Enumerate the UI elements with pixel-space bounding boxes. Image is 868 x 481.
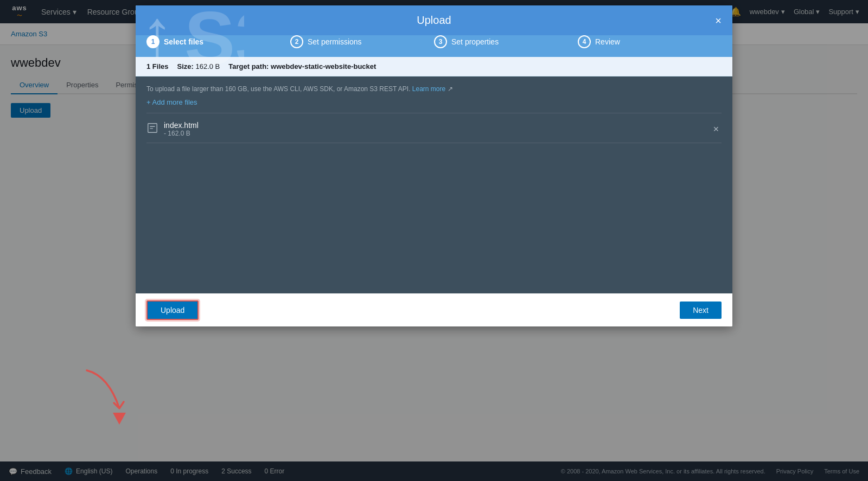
modal-steps: 1 Select files 2 Set permissions 3 Set p…: [136, 35, 732, 57]
step-3: 3 Set properties: [434, 35, 578, 48]
modal-title-bar: Upload ×: [136, 5, 732, 35]
step-3-label: Set properties: [451, 37, 499, 46]
external-link-icon: ↗: [448, 85, 453, 93]
step-3-number: 3: [434, 35, 447, 48]
step-2: 2 Set permissions: [290, 35, 434, 48]
learn-more-link[interactable]: Learn more: [412, 85, 445, 93]
step-1: 1 Select files: [146, 35, 290, 48]
target-info: Target path: wwebdev-static-website-buck…: [228, 62, 376, 70]
modal-header: ↑ S3 Upload × 1 Select files 2 Set permi…: [136, 5, 732, 57]
modal-overlay: ↑ S3 Upload × 1 Select files 2 Set permi…: [0, 0, 868, 481]
file-list-top-divider: [146, 113, 722, 113]
step-1-label: Select files: [164, 37, 203, 46]
file-size: - 162.0 B: [164, 130, 711, 137]
file-remove-button[interactable]: ✕: [711, 123, 722, 136]
file-name: index.html: [164, 121, 711, 130]
upload-info-bar: 1 Files Size: 162.0 B Target path: wwebd…: [136, 57, 732, 76]
svg-rect-0: [148, 123, 157, 132]
step-2-number: 2: [290, 35, 303, 48]
step-2-label: Set permissions: [308, 37, 362, 46]
modal-close-button[interactable]: ×: [715, 14, 722, 27]
upload-info-text: To upload a file larger than 160 GB, use…: [146, 85, 722, 93]
size-info: Size: 162.0 B: [177, 62, 220, 70]
files-count: 1 Files: [146, 62, 168, 70]
upload-submit-button[interactable]: Upload: [146, 300, 199, 320]
modal-title: Upload: [417, 14, 451, 27]
step-1-number: 1: [146, 35, 159, 48]
modal-footer: Upload Next: [136, 293, 732, 326]
upload-modal: ↑ S3 Upload × 1 Select files 2 Set permi…: [136, 5, 732, 326]
step-4: 4 Review: [578, 35, 722, 48]
step-4-label: Review: [595, 37, 620, 46]
file-info: index.html - 162.0 B: [164, 121, 711, 137]
next-button[interactable]: Next: [680, 302, 722, 319]
file-type-icon: [146, 122, 164, 137]
file-row: index.html - 162.0 B ✕: [146, 116, 722, 143]
step-4-number: 4: [578, 35, 591, 48]
add-more-files-button[interactable]: + Add more files: [146, 98, 722, 106]
modal-body: To upload a file larger than 160 GB, use…: [136, 76, 732, 293]
